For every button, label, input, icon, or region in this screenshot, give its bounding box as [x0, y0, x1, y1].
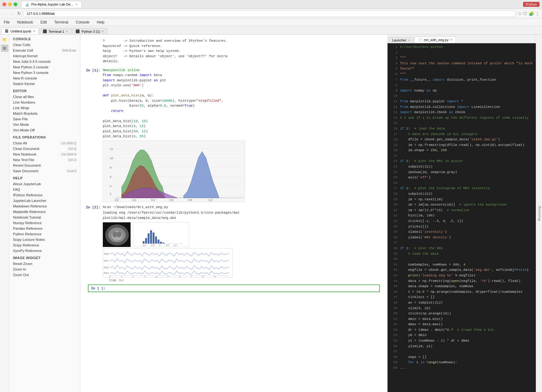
svg-text:0.4: 0.4 [151, 198, 155, 202]
cmd-new-python3[interactable]: New Python 3 console [9, 70, 80, 75]
cmd-execute-cell[interactable]: Execute CellShift-Enter [9, 48, 80, 53]
svg-text:0.6: 0.6 [170, 198, 174, 202]
code-line-27: 27if 1: # plot the histogram of MRI inte… [388, 186, 536, 191]
cmd-python-reference[interactable]: Python Reference [9, 231, 80, 237]
svg-rect-29 [153, 232, 154, 244]
cmd-notebook-tutorial[interactable]: Notebook Tutorial [9, 215, 80, 220]
cmd-close-all-files[interactable]: Close all files [9, 94, 80, 100]
cmd-vim-mode-off[interactable]: Vim Mode Off [9, 127, 80, 133]
tab-favicon: 🔬 [25, 2, 29, 6]
tab-mri-eeg[interactable]: 📄 mri_with_eeg.py ✕ [414, 36, 456, 43]
code-line-32: 32 hist(im, 100) [388, 213, 536, 219]
cmd-scipy-reference[interactable]: Scipy Reference [9, 242, 80, 248]
cmd-sympy-reference[interactable]: SymPy Reference [9, 248, 80, 254]
cmd-ipython-reference[interactable]: IPython Reference [9, 192, 80, 198]
cmd-faq[interactable]: FAQ [9, 187, 80, 192]
commands-icon[interactable]: ⌘ [1, 45, 8, 52]
bookmark-icon[interactable]: ☆ [518, 11, 522, 16]
code-line-45: 45 data.shape = numSamples, numRows [388, 284, 536, 289]
extension-icon[interactable]: 🧩 [529, 11, 534, 16]
maximize-button[interactable] [14, 2, 17, 6]
cmd-pandas-reference[interactable]: Pandas Reference [9, 226, 80, 231]
cmd-markdown-reference[interactable]: Markdown Reference [9, 203, 80, 209]
cmd-new-r[interactable]: New R console [9, 75, 80, 81]
cmd-scipy-lecture-notes[interactable]: Scipy Lecture Notes [9, 237, 80, 242]
cmd-save-document[interactable]: Save DocumentCmd-S [9, 168, 80, 174]
code-editor[interactable]: 1#!/usr/bin/env python 2 3""" 4This now … [388, 43, 536, 392]
code-line-3: 3""" [388, 55, 536, 61]
svg-point-22 [112, 231, 117, 237]
cmd-reset-zoom[interactable]: Reset Zoom [9, 261, 80, 266]
cell2-output: loading eeg /Users/fperez/usr/conda/lib/… [84, 210, 384, 221]
tab-row: 📓 Untitled.ipynb ✕ ⬛ Terminal 1 ✕ ⬛ Pyth… [0, 26, 542, 35]
section-console: CONSOLE [9, 35, 80, 42]
close-button[interactable] [2, 2, 6, 6]
cmd-close-all[interactable]: Close AllCtrl-Shift-Q [9, 140, 80, 146]
code-line-30: 30 im = im[np.nonzero(im)] # ignore the … [388, 202, 536, 208]
tab-untitled-ipynb[interactable]: 📓 Untitled.ipynb ✕ [1, 28, 39, 34]
files-icon[interactable]: 📁 [1, 36, 8, 43]
cmd-line-wrap[interactable]: Line Wrap [9, 105, 80, 111]
tab-close-terminal[interactable]: ✕ [66, 30, 68, 33]
tab-close-launcher[interactable]: ✕ [408, 39, 410, 42]
tab-terminal1[interactable]: ⬛ Terminal 1 ✕ [39, 28, 72, 34]
cmd-vim-mode[interactable]: Vim Mode [9, 122, 80, 127]
cmd-match-brackets[interactable]: Match Brackets [9, 111, 80, 116]
minimize-button[interactable] [8, 2, 12, 6]
cmd-about[interactable]: About JupyterLab [9, 181, 80, 187]
code-line-46: 46 t = 10.0 * np.arange(numSamples, dtyp… [388, 289, 536, 295]
cmd-line-numbers[interactable]: Line Numbers [9, 100, 80, 105]
cmd-numpy-reference[interactable]: Numpy Reference [9, 220, 80, 226]
menu-file[interactable]: File [2, 19, 11, 25]
code-line-16: 16if 1: # load the data [388, 126, 536, 132]
reload-button[interactable]: ↻ [17, 11, 21, 16]
cmd-switch-kernel[interactable]: Switch Kernel [9, 81, 80, 87]
svg-text:12: 12 [110, 147, 113, 151]
section-help: HELP [9, 174, 80, 181]
svg-text:0: 0 [109, 276, 111, 278]
titlebar: 🔬 Pre-Alpha Jupyter Lab De... ✕ IPython [0, 0, 542, 9]
cmd-clear-cells[interactable]: Clear Cells [9, 42, 80, 48]
menu-notebook[interactable]: Notebook [16, 19, 34, 25]
cmd-revert-document[interactable]: Revert Document [9, 163, 80, 168]
section-image-widget: IMAGE WIDGET [9, 254, 80, 261]
svg-text:8: 8 [202, 276, 204, 278]
cmd-close-document[interactable]: Close DocumentCtrl-Q [9, 146, 80, 151]
tab-launcher[interactable]: Launcher ✕ [389, 37, 414, 43]
browser-tab-close[interactable]: ✕ [75, 3, 78, 6]
cmd-new-text-file[interactable]: New Text FileCtrl-O [9, 157, 80, 163]
tab-close-python3[interactable]: ✕ [102, 30, 104, 33]
cmd-zoom-in[interactable]: Zoom In [9, 266, 80, 272]
cmd-new-julia[interactable]: New Julia 0.4.5 console [9, 59, 80, 64]
tab-terminal-icon: ⬛ [43, 29, 47, 33]
code-line-15: 15 [388, 121, 536, 126]
nav-arrows: ← → [2, 11, 15, 17]
cmd-new-python2[interactable]: New Python 2 console [9, 64, 80, 70]
browser-tab[interactable]: 🔬 Pre-Alpha Jupyter Lab De... ✕ [21, 1, 82, 8]
cmd-zoom-out[interactable]: Zoom Out [9, 272, 80, 278]
section-editor: EDITOR [9, 87, 80, 94]
cmd-jupyterlab-launcher[interactable]: JupyterLab Launcher [9, 198, 80, 203]
forward-button[interactable]: → [9, 11, 15, 17]
more-icon[interactable]: ⋮ [535, 11, 540, 16]
tab-python3[interactable]: ⬛ Python 3 (1) ✕ [72, 28, 107, 34]
menu-help[interactable]: Help [96, 19, 106, 25]
code-line-10: 10 [388, 93, 536, 99]
cmd-matplotlib-reference[interactable]: Matplotlib Reference [9, 209, 80, 215]
cmd-interrupt-kernel[interactable]: Interrupt Kernel [9, 53, 80, 59]
code-line-54: 54 y0 = dmin [388, 333, 536, 338]
tab-close-ipynb[interactable]: ✕ [33, 29, 35, 33]
tab-close-mri[interactable]: ✕ [450, 38, 453, 41]
svg-text:0.2: 0.2 [132, 198, 137, 202]
address-input[interactable] [23, 10, 516, 17]
back-button[interactable]: ← [2, 11, 9, 17]
svg-text:2: 2 [132, 276, 134, 278]
cmd-new-notebook[interactable]: New NotebookCtrl-Shift-N [9, 151, 80, 157]
section-file-ops: FILE OPERATIONS [9, 133, 80, 140]
menu-console[interactable]: Console [75, 19, 91, 25]
menu-terminal[interactable]: Terminal [53, 19, 69, 25]
eeg-output: PG9 PG7 PG5 PG3 0 1 2 [103, 248, 384, 282]
cell-input[interactable] [106, 286, 377, 290]
menu-edit[interactable]: Edit [39, 19, 48, 25]
cmd-save-file[interactable]: Save File [9, 116, 80, 122]
